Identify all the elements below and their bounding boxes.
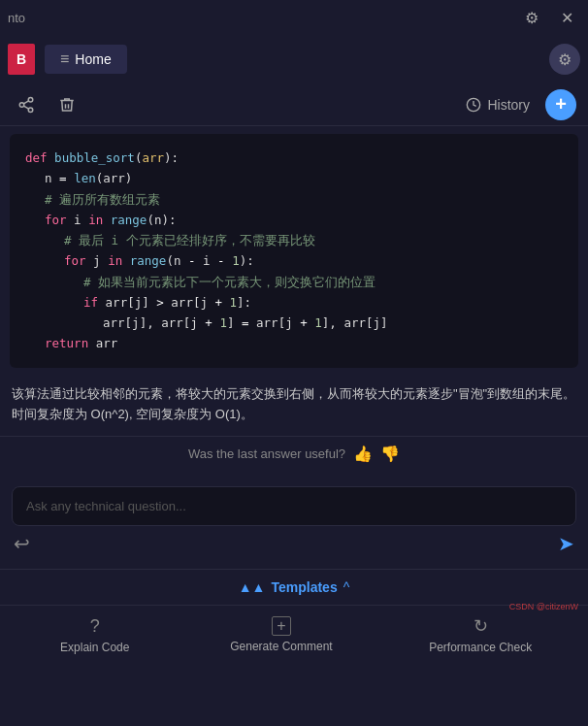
code-line-1: n = len(arr) xyxy=(45,171,132,185)
thumbs-down-btn[interactable]: 👎 xyxy=(380,445,400,463)
input-placeholder: Ask any technical question... xyxy=(26,499,186,513)
input-actions: ↩ ➤ xyxy=(12,526,576,561)
logo: B xyxy=(8,44,35,75)
code-line-6: # 如果当前元素比下一个元素大，则交换它们的位置 xyxy=(83,275,376,289)
code-line-0: def bubble_sort(arr): xyxy=(25,150,179,165)
svg-point-2 xyxy=(28,108,33,113)
templates-arrow: ^ xyxy=(343,579,350,595)
add-icon: + xyxy=(555,93,567,116)
toolbar: History + xyxy=(0,83,588,126)
menu-icon: ≡ xyxy=(60,50,69,68)
toolbar-left xyxy=(12,90,82,119)
share-btn[interactable] xyxy=(12,90,41,119)
top-bar: nto ⚙ ✕ xyxy=(0,0,588,35)
home-tab[interactable]: ≡ Home xyxy=(45,45,127,74)
top-bar-actions: ⚙ ✕ xyxy=(518,4,580,31)
generate-comment-btn[interactable]: + Generate Comment xyxy=(230,616,332,653)
explain-label: Explain Code xyxy=(60,641,129,654)
nav-bar: B ≡ Home ⚙ xyxy=(0,35,588,83)
code-line-7: if arr[j] > arr[j + 1]: xyxy=(83,295,251,310)
send-btn[interactable]: ➤ xyxy=(558,532,574,555)
code-line-9: return arr xyxy=(45,336,117,350)
input-area: Ask any technical question... ↩ ➤ xyxy=(0,478,588,569)
performance-label: Performance Check xyxy=(429,641,532,654)
generate-icon: + xyxy=(272,616,291,636)
templates-label: Templates xyxy=(271,579,337,595)
thumbs-up-btn[interactable]: 👍 xyxy=(353,445,373,463)
toolbar-right: History + xyxy=(458,89,576,120)
feedback-question: Was the last answer useful? xyxy=(188,446,345,461)
svg-point-0 xyxy=(28,97,33,102)
add-btn[interactable]: + xyxy=(545,89,576,120)
settings-icon[interactable]: ⚙ xyxy=(518,4,545,31)
watermark: CSDN @citizenW xyxy=(509,602,578,611)
code-block: def bubble_sort(arr): n = len(arr) # 遍历所… xyxy=(10,134,578,368)
explain-icon: ? xyxy=(90,616,100,637)
description-text: 该算法通过比较相邻的元素，将较大的元素交换到右侧，从而将较大的元素逐步"冒泡"到… xyxy=(12,386,575,421)
code-line-4: # 最后 i 个元素已经排好序，不需要再比较 xyxy=(64,233,315,248)
performance-check-btn[interactable]: ↻ Performance Check xyxy=(429,615,532,654)
templates-bar[interactable]: ▲▲ Templates ^ xyxy=(0,569,588,605)
svg-line-3 xyxy=(23,106,28,109)
svg-point-1 xyxy=(19,102,24,107)
code-line-3: for i in range(n): xyxy=(45,213,177,227)
code-line-2: # 遍历所有数组元素 xyxy=(45,192,160,207)
performance-icon: ↻ xyxy=(474,615,488,637)
nav-settings-btn[interactable]: ⚙ xyxy=(549,44,580,75)
svg-line-4 xyxy=(23,100,28,103)
undo-btn[interactable]: ↩ xyxy=(14,532,30,555)
bottom-actions: ? Explain Code + Generate Comment ↻ Perf… xyxy=(0,605,588,664)
nav-actions: ⚙ xyxy=(549,44,580,75)
code-line-5: for j in range(n - i - 1): xyxy=(64,253,254,268)
feedback-bar: Was the last answer useful? 👍 👎 xyxy=(0,437,588,471)
history-btn[interactable]: History xyxy=(458,93,538,116)
code-line-8: arr[j], arr[j + 1] = arr[j + 1], arr[j] xyxy=(103,315,388,330)
trash-btn[interactable] xyxy=(52,90,82,119)
app-title: nto xyxy=(8,11,25,25)
question-input[interactable]: Ask any technical question... xyxy=(12,486,576,526)
generate-label: Generate Comment xyxy=(230,640,332,653)
close-icon[interactable]: ✕ xyxy=(553,4,580,31)
description: 该算法通过比较相邻的元素，将较大的元素交换到右侧，从而将较大的元素逐步"冒泡"到… xyxy=(0,376,588,438)
templates-icon: ▲▲ xyxy=(239,579,266,595)
explain-code-btn[interactable]: ? Explain Code xyxy=(56,616,134,654)
history-label: History xyxy=(487,97,530,113)
home-tab-label: Home xyxy=(75,51,111,67)
